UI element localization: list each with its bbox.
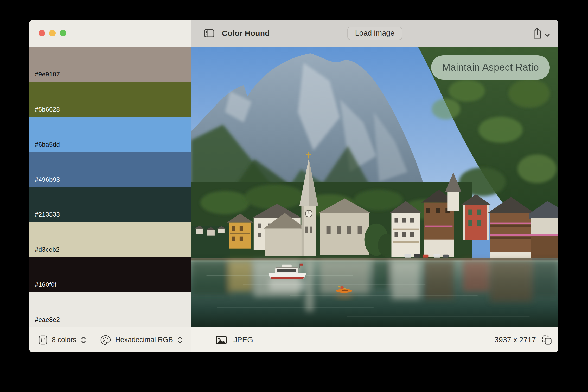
swatch-hex-label: #9e9187 (35, 71, 60, 78)
main-pane: Color Hound Load image (191, 20, 558, 352)
desktop: { "window": { "title": "Color Hound" }, … (0, 0, 588, 392)
color-format-control[interactable]: Hexadecimal RGB (100, 335, 183, 345)
share-menu-button[interactable] (532, 27, 551, 40)
toolbar-right-group (526, 27, 551, 40)
palette-sidebar: #9e9187 #5b6628 #6ba5dd #496b93 #213533 … (29, 20, 191, 352)
swatch-hex-label: #160f0f (35, 281, 56, 288)
copy-icon[interactable] (541, 334, 552, 346)
image-dimensions-label: 3937 x 2717 (494, 336, 536, 344)
swatch-row[interactable]: #213533 (29, 187, 191, 222)
photo-icon (215, 335, 228, 345)
sidebar-footer: 8 colors Hexadecimal (29, 327, 191, 352)
landscape-photo (191, 47, 558, 327)
swatch-row[interactable]: #496b93 (29, 152, 191, 187)
share-icon (532, 27, 543, 40)
close-window-button[interactable] (39, 30, 45, 36)
swatch-hex-label: #d3ceb2 (35, 246, 60, 253)
swatch-row[interactable]: #6ba5dd (29, 117, 191, 152)
file-format-label: JPEG (233, 336, 253, 344)
zoom-window-button[interactable] (60, 30, 66, 36)
palette-icon (100, 335, 111, 345)
swatch-hex-label: #213533 (35, 211, 60, 218)
app-window: #9e9187 #5b6628 #6ba5dd #496b93 #213533 … (29, 20, 558, 352)
swatch-row[interactable]: #5b6628 (29, 82, 191, 117)
color-count-label: 8 colors (52, 336, 76, 344)
swatch-hex-label: #eae8e2 (35, 316, 60, 323)
stepper-icon (177, 336, 183, 344)
toolbar-divider (526, 28, 526, 38)
status-bar: JPEG 3937 x 2717 (191, 327, 558, 352)
swatch-row[interactable]: #d3ceb2 (29, 222, 191, 257)
toolbar: Color Hound Load image (191, 20, 558, 47)
color-count-control[interactable]: 8 colors (38, 335, 87, 345)
maintain-aspect-ratio-badge: Maintain Aspect Ratio (431, 55, 550, 80)
minimize-window-button[interactable] (49, 30, 56, 36)
chevron-down-icon (544, 32, 551, 38)
image-dimensions-group: 3937 x 2717 (494, 334, 552, 346)
swatch-hex-label: #5b6628 (35, 106, 60, 113)
sidebar-titlebar (29, 20, 191, 47)
color-format-label: Hexadecimal RGB (115, 336, 173, 344)
load-image-button[interactable]: Load image (347, 27, 402, 40)
swatch-row[interactable]: #eae8e2 (29, 292, 191, 327)
swatch-hex-label: #496b93 (35, 176, 60, 183)
swatch-hex-label: #6ba5dd (35, 141, 60, 148)
swatch-row[interactable]: #9e9187 (29, 47, 191, 82)
file-format-group: JPEG (215, 335, 253, 345)
hash-icon (38, 335, 48, 345)
loaded-image-view: Maintain Aspect Ratio (191, 47, 558, 327)
swatch-row[interactable]: #160f0f (29, 257, 191, 292)
sidebar-toggle-icon[interactable] (203, 28, 215, 38)
stepper-icon (80, 336, 87, 344)
app-title: Color Hound (222, 29, 270, 38)
swatch-list: #9e9187 #5b6628 #6ba5dd #496b93 #213533 … (29, 47, 191, 327)
